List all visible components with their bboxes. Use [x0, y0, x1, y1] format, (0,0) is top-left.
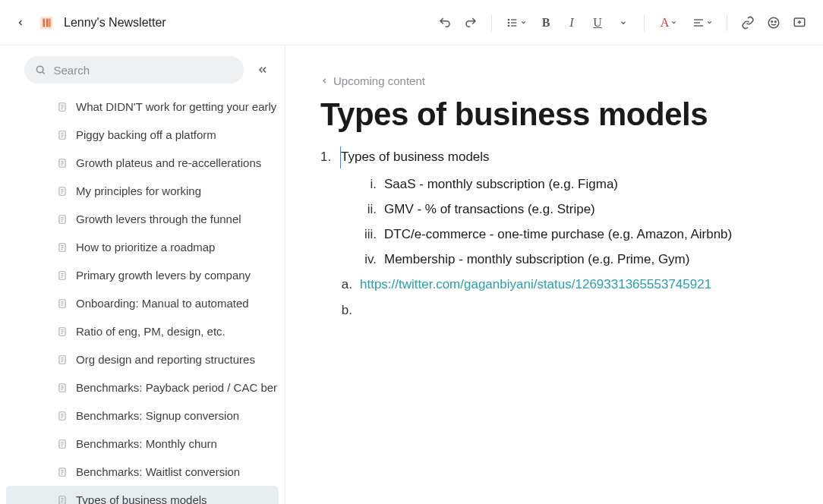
- back-button[interactable]: [12, 14, 29, 31]
- sidebar-item[interactable]: Benchmarks: Signup conversion: [0, 402, 285, 430]
- sidebar-item-label: Onboarding: Manual to automated: [76, 297, 249, 310]
- sidebar-item[interactable]: Benchmarks: Payback period / CAC ben: [0, 373, 285, 402]
- sidebar-item[interactable]: Primary growth levers by company: [0, 261, 285, 289]
- sidebar-item-label: Benchmarks: Payback period / CAC ben: [76, 381, 277, 394]
- list-item[interactable]: Types of business models: [320, 146, 808, 169]
- sidebar-item[interactable]: Benchmarks: Waitlist conversion: [0, 458, 285, 486]
- search-icon: [35, 64, 46, 76]
- list-style-dropdown[interactable]: [501, 11, 531, 34]
- text-color-dropdown[interactable]: A: [654, 11, 684, 34]
- main: What DIDN'T work for getting your earlyP…: [0, 46, 823, 504]
- sidebar-item[interactable]: Benchmarks: Monthly churn: [0, 430, 285, 458]
- numeral: iv.: [358, 247, 377, 272]
- numeral: iii.: [358, 222, 377, 247]
- document-icon: [56, 326, 68, 338]
- svg-point-15: [775, 20, 777, 22]
- breadcrumb[interactable]: Upcoming content: [320, 74, 808, 87]
- sidebar-item-label: Primary growth levers by company: [76, 269, 251, 282]
- document-icon: [56, 101, 68, 113]
- sidebar-item[interactable]: Growth plateus and re-accellerations: [0, 149, 285, 177]
- comment-add-icon: [793, 16, 806, 30]
- svg-point-19: [36, 66, 43, 72]
- link[interactable]: https://twitter.com/gaganbiyani/status/1…: [360, 272, 711, 297]
- sidebar-item[interactable]: Onboarding: Manual to automated: [0, 289, 285, 317]
- underline-icon: U: [593, 16, 602, 30]
- align-dropdown[interactable]: [687, 11, 717, 34]
- sidebar-header: [0, 46, 285, 91]
- list-item[interactable]: iv.Membership - monthly subscription (e.…: [358, 247, 808, 272]
- brand-icon: [36, 13, 56, 33]
- underline-button[interactable]: U: [586, 11, 609, 34]
- more-styles-button[interactable]: [612, 11, 635, 34]
- sidebar-item-label: Benchmarks: Monthly churn: [76, 437, 217, 450]
- collapse-sidebar-button[interactable]: [251, 58, 274, 81]
- svg-rect-1: [43, 18, 45, 27]
- editor-content[interactable]: Upcoming content Types of business model…: [285, 46, 823, 504]
- page-title: Lenny's Newsletter: [64, 16, 166, 30]
- list-item-text: DTC/e-commerce - one-time purchase (e.g.…: [384, 222, 732, 247]
- separator: [491, 14, 492, 31]
- emoji-button[interactable]: [762, 11, 785, 34]
- numeral: b.: [339, 298, 352, 323]
- redo-button[interactable]: [459, 11, 482, 34]
- sidebar-item-label: What DIDN'T work for getting your early: [76, 100, 276, 113]
- separator: [644, 14, 645, 31]
- italic-button[interactable]: I: [560, 11, 583, 34]
- svg-line-20: [43, 72, 45, 74]
- list-item-text: GMV - % of transactions (e.g. Stripe): [384, 197, 595, 222]
- sidebar-item-label: Benchmarks: Waitlist conversion: [76, 465, 240, 478]
- numeral: a.: [339, 272, 352, 297]
- bold-button[interactable]: B: [534, 11, 557, 34]
- sidebar-item-label: Piggy backing off a platform: [76, 128, 216, 141]
- ordered-list: Types of business models: [320, 146, 808, 169]
- document-icon: [56, 129, 68, 141]
- breadcrumb-label: Upcoming content: [333, 74, 425, 87]
- document-icon: [56, 213, 68, 225]
- link-button[interactable]: [736, 11, 759, 34]
- sidebar-item[interactable]: Growth levers through the funnel: [0, 205, 285, 233]
- chevron-down-icon: [670, 19, 677, 26]
- chevron-left-icon: [16, 18, 25, 27]
- sidebar: What DIDN'T work for getting your earlyP…: [0, 46, 285, 504]
- sidebar-item[interactable]: Ratio of eng, PM, design, etc.: [0, 317, 285, 345]
- search-field[interactable]: [24, 56, 244, 83]
- undo-button[interactable]: [434, 11, 456, 34]
- document-icon: [56, 269, 68, 282]
- svg-rect-3: [49, 18, 51, 27]
- list-item[interactable]: a.https://twitter.com/gaganbiyani/status…: [339, 272, 808, 297]
- svg-point-9: [508, 25, 509, 26]
- sidebar-item-label: Ratio of eng, PM, design, etc.: [76, 325, 225, 338]
- list-item[interactable]: i.SaaS - monthly subscription (e.g. Figm…: [358, 172, 808, 197]
- sidebar-item[interactable]: Types of business models: [6, 486, 279, 504]
- nested-alpha-list: a.https://twitter.com/gaganbiyani/status…: [339, 272, 808, 322]
- sidebar-item[interactable]: Org design and reporting structures: [0, 345, 285, 373]
- sidebar-item-label: Growth plateus and re-accellerations: [76, 156, 261, 169]
- text-color-icon: A: [661, 16, 670, 30]
- topbar-left: Lenny's Newsletter: [12, 13, 166, 33]
- sidebar-item-label: Benchmarks: Signup conversion: [76, 409, 239, 422]
- list-item[interactable]: ii.GMV - % of transactions (e.g. Stripe): [358, 197, 808, 222]
- chevron-down-icon: [706, 19, 713, 26]
- list-icon: [506, 17, 519, 29]
- italic-icon: I: [569, 16, 573, 30]
- undo-icon: [438, 16, 452, 30]
- comment-button[interactable]: [788, 11, 811, 34]
- svg-point-13: [768, 17, 779, 28]
- numeral: i.: [358, 172, 377, 197]
- sidebar-item[interactable]: What DIDN'T work for getting your early: [0, 93, 285, 121]
- svg-point-14: [771, 20, 773, 22]
- document-icon: [56, 438, 68, 450]
- sidebar-item[interactable]: My principles for working: [0, 177, 285, 205]
- chevron-down-icon: [520, 19, 527, 26]
- align-left-icon: [692, 17, 705, 29]
- sidebar-item[interactable]: How to prioritize a roadmap: [0, 233, 285, 261]
- format-toolbar: B I U A: [434, 11, 811, 34]
- svg-rect-2: [46, 18, 49, 27]
- redo-icon: [464, 16, 478, 30]
- sidebar-item[interactable]: Piggy backing off a platform: [0, 121, 285, 149]
- document-title[interactable]: Types of business models: [320, 96, 808, 133]
- search-input[interactable]: [54, 64, 234, 77]
- list-item[interactable]: iii.DTC/e-commerce - one-time purchase (…: [358, 222, 808, 247]
- document-icon: [56, 494, 68, 505]
- list-item[interactable]: b.: [339, 298, 808, 323]
